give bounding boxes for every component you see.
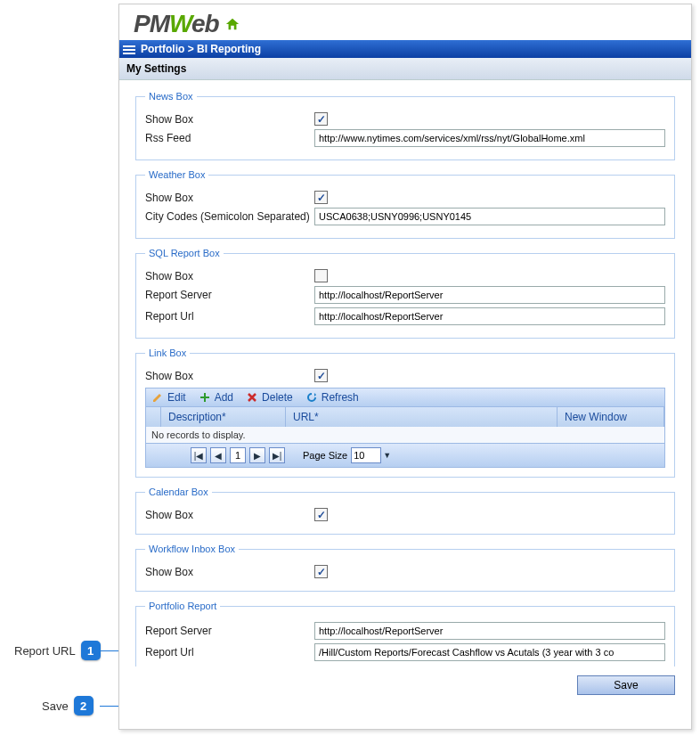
fieldset-legend: Calendar Box (145, 487, 212, 497)
save-button[interactable]: Save (577, 675, 675, 695)
sql-report-url-input[interactable] (314, 307, 665, 325)
callout-label: Report URL (14, 644, 76, 658)
col-description[interactable]: Description* (161, 407, 286, 427)
logo-row: PMWeb (119, 4, 691, 40)
workflow-show-checkbox[interactable]: ✓ (314, 565, 328, 578)
sql-report-box: SQL Report Box Show Box Report Server Re… (135, 248, 675, 339)
rss-feed-label: Rss Feed (145, 132, 314, 144)
city-codes-label: City Codes (Semicolon Separated) (145, 210, 314, 223)
show-box-label: Show Box (145, 370, 314, 382)
grid-toolbar: Edit Add Delete Refresh (145, 388, 665, 407)
edit-button[interactable]: Edit (151, 391, 186, 404)
show-box-label: Show Box (145, 192, 314, 204)
col-url[interactable]: URL* (286, 407, 558, 427)
fieldset-legend: Portfolio Report (145, 601, 220, 611)
refresh-icon (305, 391, 318, 404)
grid-header: Description* URL* New Window (145, 407, 665, 427)
pager-page-input[interactable] (230, 447, 246, 463)
link-box: Link Box Show Box ✓ Edit Add Delete (135, 348, 675, 478)
workflow-inbox-box: Workflow Inbox Box Show Box ✓ (135, 544, 675, 592)
settings-content: News Box Show Box ✓ Rss Feed Weather Box… (119, 80, 691, 672)
refresh-button[interactable]: Refresh (305, 391, 359, 404)
fieldset-legend: News Box (145, 91, 197, 102)
report-server-label: Report Server (145, 289, 314, 301)
page-title: My Settings (119, 58, 691, 80)
weather-box: Weather Box Show Box ✓ City Codes (Semic… (135, 169, 675, 239)
col-new-window[interactable]: New Window (558, 407, 664, 427)
sql-show-checkbox[interactable] (314, 269, 328, 282)
report-url-label: Report Url (145, 310, 314, 323)
fieldset-legend: Workflow Inbox Box (145, 544, 239, 554)
report-server-label: Report Server (145, 625, 314, 637)
show-box-label: Show Box (145, 270, 314, 282)
pager-prev-button[interactable]: ◀ (210, 447, 226, 463)
grid-handle-col (146, 407, 161, 427)
link-show-checkbox[interactable]: ✓ (314, 369, 328, 382)
breadcrumb: Portfolio > BI Reporting (141, 43, 261, 55)
report-url-label: Report Url (145, 646, 314, 658)
app-window: PMWeb Portfolio > BI Reporting My Settin… (118, 4, 692, 730)
rss-feed-input[interactable] (314, 129, 665, 147)
page-size-label: Page Size (303, 450, 347, 461)
callout-number: 2 (74, 696, 94, 716)
callout-label: Save (42, 699, 69, 713)
pager-last-button[interactable]: ▶| (269, 447, 285, 463)
delete-button[interactable]: Delete (246, 391, 293, 404)
pager-first-button[interactable]: |◀ (191, 447, 207, 463)
menu-icon[interactable] (123, 44, 135, 54)
show-box-label: Show Box (145, 509, 314, 521)
callout-number: 1 (81, 641, 101, 660)
calendar-show-checkbox[interactable]: ✓ (314, 508, 328, 521)
show-box-label: Show Box (145, 113, 314, 126)
callout-report-url: Report URL 1 (14, 641, 101, 660)
news-box: News Box Show Box ✓ Rss Feed (135, 91, 675, 160)
plus-icon (199, 391, 211, 404)
fieldset-legend: Weather Box (145, 169, 208, 180)
app-logo: PMWeb (134, 10, 219, 38)
grid-pager: |◀ ◀ ▶ ▶| Page Size ▼ (145, 444, 665, 468)
breadcrumb-bar: Portfolio > BI Reporting (119, 40, 691, 58)
grid-empty-message: No records to display. (145, 427, 665, 444)
portfolio-report-url-input[interactable] (314, 643, 665, 661)
sql-report-server-input[interactable] (314, 286, 665, 304)
dropdown-icon[interactable]: ▼ (383, 451, 391, 460)
fieldset-legend: SQL Report Box (145, 248, 224, 258)
show-box-label: Show Box (145, 566, 314, 578)
fieldset-legend: Link Box (145, 348, 190, 358)
callout-save: Save 2 (42, 696, 94, 716)
city-codes-input[interactable] (314, 208, 665, 225)
add-button[interactable]: Add (199, 391, 233, 404)
weather-show-checkbox[interactable]: ✓ (314, 191, 328, 204)
news-show-checkbox[interactable]: ✓ (314, 112, 328, 126)
pencil-icon (151, 391, 164, 404)
portfolio-report-server-input[interactable] (314, 622, 665, 640)
save-row: Save (119, 672, 691, 699)
x-icon (246, 391, 258, 404)
pager-next-button[interactable]: ▶ (249, 447, 265, 463)
home-icon[interactable] (224, 17, 240, 31)
page-size-input[interactable] (351, 447, 381, 463)
calendar-box: Calendar Box Show Box ✓ (135, 487, 675, 535)
portfolio-report-box: Portfolio Report Report Server Report Ur… (135, 601, 675, 666)
